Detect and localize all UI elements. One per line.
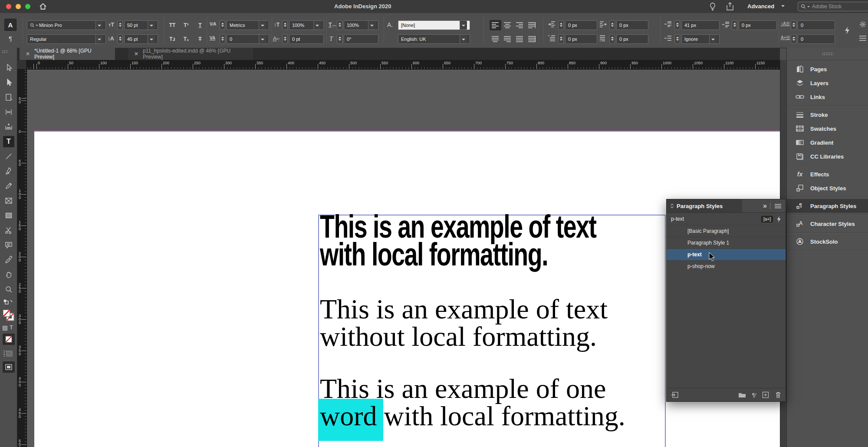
dock-item-stroke[interactable]: Stroke — [787, 108, 868, 122]
tab-untitled-1[interactable]: ✕ *Untitled-1 @ 68% [GPU Preview] — [20, 48, 115, 60]
selected-word[interactable]: word — [320, 401, 377, 431]
small-caps-button[interactable]: Tᴊ — [167, 34, 178, 44]
drop-cap-lines-field[interactable]: 0 — [798, 20, 835, 30]
justify-right-button[interactable] — [502, 34, 513, 44]
note-tool[interactable] — [3, 239, 14, 251]
dock-item-pages[interactable]: Pages — [787, 62, 868, 76]
first-line-indent-field[interactable]: 0 px — [565, 34, 597, 44]
load-styles-icon[interactable] — [671, 391, 679, 398]
style-override-badge[interactable]: [a+] — [761, 216, 773, 222]
space-after-field[interactable]: 0 px — [739, 20, 777, 30]
kerning-select[interactable]: Metrics — [227, 20, 269, 30]
paragraph-formatting-controls-button[interactable]: ¶ — [9, 35, 12, 42]
stock-search-input[interactable] — [811, 3, 856, 10]
share-icon[interactable] — [726, 2, 734, 13]
align-center-button[interactable] — [502, 20, 513, 30]
space-after-stepper[interactable] — [732, 20, 737, 30]
right-indent-stepper[interactable] — [609, 20, 615, 30]
baseline-shift-field[interactable]: 0 pt — [289, 34, 324, 44]
vertical-ruler[interactable]: 5 005 01 0 01 5 02 0 02 5 03 0 03 5 04 0… — [17, 70, 27, 447]
paragraph-local-formatting[interactable]: This is an example of text with local fo… — [320, 213, 596, 268]
formatting-affects-text-button[interactable]: T — [10, 324, 13, 331]
align-to-grid-select[interactable]: Ignore — [681, 34, 720, 44]
formatting-affects-container-button[interactable] — [2, 325, 8, 333]
last-line-indent-field[interactable]: 0 px — [616, 34, 648, 44]
superscript-button[interactable]: T¹ — [181, 20, 192, 30]
paragraph-no-local-formatting[interactable]: This is an example of text without local… — [320, 295, 608, 350]
panel-settings-gear-icon[interactable] — [859, 21, 866, 29]
close-tab-icon[interactable]: ✕ — [26, 51, 30, 57]
font-style-select[interactable]: Regular — [27, 34, 106, 44]
workspace-switcher[interactable]: Advanced — [747, 3, 774, 10]
dock-item-gradient[interactable]: Gradient — [787, 136, 868, 149]
hand-tool[interactable] — [3, 269, 14, 280]
rectangle-tool[interactable] — [3, 210, 14, 221]
zoom-window-button[interactable] — [25, 4, 30, 9]
strikethrough-button[interactable]: T — [194, 34, 206, 44]
underline-button[interactable]: T — [194, 20, 206, 30]
font-size-stepper[interactable] — [117, 20, 123, 30]
justify-left-button[interactable] — [526, 20, 538, 30]
toolbar-drag-handle[interactable] — [2, 50, 8, 53]
selection-tool[interactable] — [3, 62, 14, 73]
drop-cap-lines-stepper[interactable] — [791, 20, 796, 30]
style-basic-paragraph[interactable]: [Basic Paragraph] — [667, 225, 786, 237]
kerning-stepper[interactable] — [220, 20, 225, 30]
style-p-shop-now[interactable]: p-shop-now — [667, 260, 786, 272]
baseline-shift-stepper[interactable] — [282, 34, 288, 44]
create-new-style-icon[interactable] — [762, 391, 769, 398]
horizontal-scale-select[interactable]: 100% — [344, 20, 378, 30]
leading-stepper[interactable] — [117, 34, 123, 44]
dock-item-character-styles[interactable]: A Character Styles — [787, 217, 868, 231]
dock-item-cc-libraries[interactable]: CC Libraries — [787, 149, 868, 163]
tab-p11-hpslots[interactable]: ✕ p11_hpslots-edited.indd @ 46% [GPU Pre… — [128, 48, 254, 60]
clear-overrides-icon[interactable]: ¶∕ — [752, 392, 756, 398]
scissors-tool[interactable] — [3, 225, 14, 236]
gpu-performance-icon[interactable] — [844, 26, 850, 36]
view-options-icon[interactable] — [3, 349, 14, 360]
fill-stroke-swatches[interactable] — [2, 308, 16, 324]
collapse-panel-icon[interactable]: » — [763, 202, 766, 210]
paragraph-styles-tab[interactable]: Paragraph Styles — [667, 199, 742, 212]
dock-item-swatches[interactable]: Swatches — [787, 122, 868, 136]
paragraph-one-word-formatting[interactable]: This is an example of one word with loca… — [320, 375, 625, 430]
eyedropper-tool[interactable] — [3, 254, 14, 265]
left-indent-stepper[interactable] — [558, 20, 564, 30]
skew-field[interactable]: 0° — [344, 34, 378, 44]
panel-menu-icon[interactable] — [775, 204, 781, 209]
new-style-group-folder-icon[interactable] — [738, 392, 746, 398]
drop-cap-chars-stepper[interactable] — [791, 34, 796, 44]
panel-menu-icon[interactable] — [859, 36, 866, 42]
skew-stepper[interactable] — [337, 34, 342, 44]
right-indent-field[interactable]: 0 px — [616, 20, 648, 30]
stock-search[interactable] — [798, 2, 868, 11]
close-window-button[interactable] — [6, 4, 11, 9]
drop-cap-chars-field[interactable]: 0 — [798, 34, 835, 44]
dock-drag-handle[interactable] — [822, 52, 833, 56]
dock-item-paragraph-styles[interactable]: ¶ Paragraph Styles — [787, 199, 868, 213]
pen-tool[interactable] — [3, 166, 14, 177]
content-collector-tool[interactable] — [3, 121, 14, 132]
subscript-button[interactable]: T₁ — [181, 34, 192, 44]
type-tool[interactable]: T — [3, 136, 14, 147]
left-indent-field[interactable]: 0 px — [565, 20, 597, 30]
align-right-button[interactable] — [514, 20, 526, 30]
justify-last-right-button[interactable] — [526, 34, 538, 44]
font-family-select[interactable]: Minion Pro — [27, 20, 106, 30]
all-caps-button[interactable]: TT — [167, 20, 178, 30]
dock-item-stocksolo[interactable]: StockSolo — [787, 235, 868, 248]
close-tab-icon[interactable]: ✕ — [134, 51, 138, 57]
apply-none-button[interactable] — [3, 334, 15, 345]
character-formatting-controls-button[interactable]: A — [4, 19, 16, 31]
align-to-grid-stepper[interactable] — [674, 34, 680, 44]
dock-item-links[interactable]: Links — [787, 90, 868, 104]
style-override-lightning-icon[interactable] — [776, 216, 781, 222]
horizontal-ruler[interactable]: 0501001502002503003504004505005506006507… — [27, 60, 780, 70]
frame-tool[interactable] — [3, 195, 14, 206]
ruler-origin-box[interactable] — [17, 60, 27, 70]
gap-tool[interactable] — [3, 106, 14, 118]
justify-all-button[interactable] — [514, 34, 526, 44]
home-icon[interactable] — [39, 3, 47, 10]
horizontal-scale-stepper[interactable] — [337, 20, 342, 30]
page-tool[interactable] — [3, 92, 14, 103]
